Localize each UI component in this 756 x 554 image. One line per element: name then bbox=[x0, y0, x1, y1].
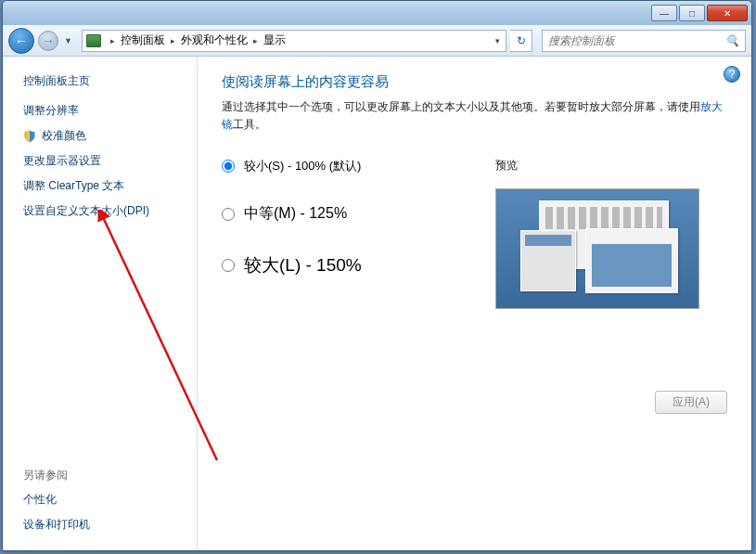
breadcrumb-sep: ▸ bbox=[167, 36, 179, 45]
breadcrumb-item[interactable]: 显示 bbox=[262, 32, 288, 48]
close-button[interactable]: ✕ bbox=[707, 5, 748, 21]
size-options: 较小(S) - 100% (默认) 中等(M) - 125% 较大(L) - 1… bbox=[222, 158, 495, 307]
apply-button[interactable]: 应用(A) bbox=[655, 391, 727, 414]
size-option-large[interactable]: 较大(L) - 150% bbox=[222, 253, 495, 277]
window-frame: — □ ✕ ← → ▼ ▸ 控制面板 ▸ 外观和个性化 ▸ 显示 ▾ ↻ 🔍 控… bbox=[2, 0, 752, 551]
minimize-button[interactable]: — bbox=[651, 5, 677, 21]
breadcrumb-sep: ▸ bbox=[250, 36, 262, 45]
breadcrumb-item[interactable]: 控制面板 bbox=[119, 32, 167, 48]
help-button[interactable]: ? bbox=[724, 66, 740, 83]
refresh-button[interactable]: ↻ bbox=[510, 30, 532, 52]
maximize-button[interactable]: □ bbox=[679, 5, 705, 21]
desc-text: 通过选择其中一个选项，可以更改屏幕上的文本大小以及其他项。若要暂时放大部分屏幕，… bbox=[222, 100, 700, 113]
page-description: 通过选择其中一个选项，可以更改屏幕上的文本大小以及其他项。若要暂时放大部分屏幕，… bbox=[222, 98, 727, 134]
forward-button[interactable]: → bbox=[38, 31, 58, 51]
size-option-medium[interactable]: 中等(M) - 125% bbox=[222, 204, 495, 224]
search-icon: 🔍 bbox=[725, 34, 739, 47]
sidebar-item-label: 校准颜色 bbox=[42, 128, 86, 144]
radio-label: 较大(L) - 150% bbox=[244, 253, 362, 277]
content-area: 控制面板主页 调整分辨率 校准颜色 更改显示器设置 调整 ClearType 文… bbox=[3, 57, 751, 550]
radio-medium[interactable] bbox=[222, 208, 235, 221]
search-box[interactable]: 🔍 bbox=[542, 30, 746, 52]
titlebar[interactable]: — □ ✕ bbox=[3, 1, 751, 25]
desc-suffix: 工具。 bbox=[233, 118, 266, 131]
control-panel-icon bbox=[86, 34, 101, 47]
page-title: 使阅读屏幕上的内容更容易 bbox=[222, 73, 727, 91]
size-option-small[interactable]: 较小(S) - 100% (默认) bbox=[222, 158, 495, 174]
sidebar-item-cleartype[interactable]: 调整 ClearType 文本 bbox=[3, 174, 197, 199]
preview-title: 预览 bbox=[495, 158, 727, 174]
address-dropdown[interactable]: ▾ bbox=[489, 36, 506, 45]
history-dropdown[interactable]: ▼ bbox=[64, 36, 72, 45]
sidebar-home[interactable]: 控制面板主页 bbox=[3, 70, 197, 98]
radio-label: 较小(S) - 100% (默认) bbox=[244, 158, 361, 174]
see-also-devices[interactable]: 设备和打印机 bbox=[3, 512, 197, 537]
sidebar-item-display-settings[interactable]: 更改显示器设置 bbox=[3, 148, 197, 174]
radio-small[interactable] bbox=[222, 160, 235, 173]
shield-icon bbox=[23, 130, 36, 143]
see-also-personalization[interactable]: 个性化 bbox=[3, 487, 197, 512]
breadcrumb-sep: ▸ bbox=[107, 36, 119, 45]
sidebar-item-calibrate[interactable]: 校准颜色 bbox=[3, 123, 197, 148]
toolbar: ← → ▼ ▸ 控制面板 ▸ 外观和个性化 ▸ 显示 ▾ ↻ 🔍 bbox=[3, 25, 751, 57]
sidebar-item-resolution[interactable]: 调整分辨率 bbox=[3, 98, 197, 123]
main-panel: ? 使阅读屏幕上的内容更容易 通过选择其中一个选项，可以更改屏幕上的文本大小以及… bbox=[198, 57, 751, 550]
search-input[interactable] bbox=[548, 34, 720, 47]
preview-image bbox=[495, 188, 699, 309]
address-bar[interactable]: ▸ 控制面板 ▸ 外观和个性化 ▸ 显示 ▾ bbox=[82, 30, 506, 52]
radio-large[interactable] bbox=[222, 259, 235, 272]
sidebar: 控制面板主页 调整分辨率 校准颜色 更改显示器设置 调整 ClearType 文… bbox=[3, 57, 198, 550]
back-button[interactable]: ← bbox=[8, 28, 34, 54]
preview-column: 预览 bbox=[495, 158, 727, 309]
sidebar-item-custom-dpi[interactable]: 设置自定义文本大小(DPI) bbox=[3, 199, 197, 224]
see-also-title: 另请参阅 bbox=[3, 464, 197, 487]
breadcrumb-item[interactable]: 外观和个性化 bbox=[179, 32, 250, 48]
radio-label: 中等(M) - 125% bbox=[244, 204, 347, 224]
